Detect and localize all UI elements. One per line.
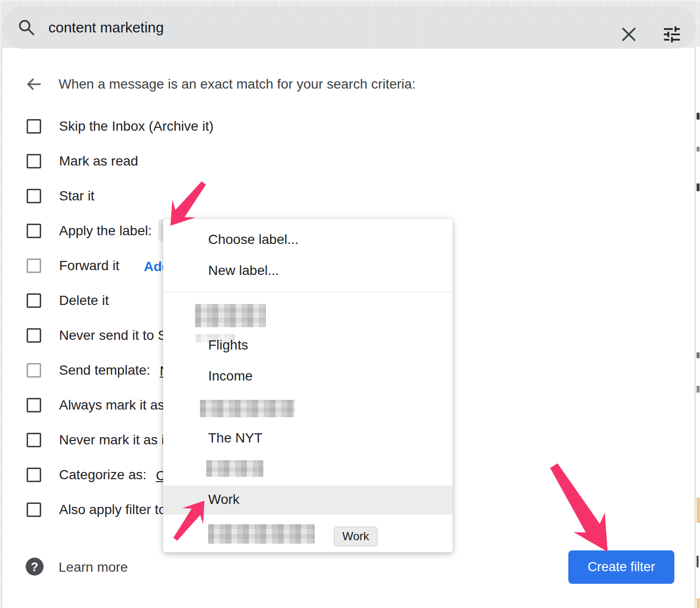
checkbox-never-spam[interactable] xyxy=(27,328,41,343)
text-fragment xyxy=(697,183,700,191)
menu-item-new-label[interactable]: New label... xyxy=(208,263,279,278)
search-input[interactable]: content marketing xyxy=(48,19,164,36)
checkbox-forward-it[interactable] xyxy=(27,258,41,273)
filter-option-row: Apply the label: xyxy=(27,223,152,239)
checkbox-delete-it[interactable] xyxy=(27,293,41,308)
text-fragment xyxy=(697,352,700,358)
menu-item-redacted[interactable] xyxy=(200,400,295,417)
filter-option-row: Delete it xyxy=(27,293,109,308)
back-arrow-icon[interactable] xyxy=(24,75,44,94)
checkbox-skip-inbox[interactable] xyxy=(27,119,41,134)
filter-option-row: Star it xyxy=(27,188,94,204)
search-bar[interactable]: content marketing xyxy=(2,6,696,49)
highlight-fragment xyxy=(697,598,700,608)
checkbox-star-it[interactable] xyxy=(27,189,41,203)
checkbox-always-important[interactable] xyxy=(27,398,41,412)
option-label: Delete it xyxy=(59,293,109,308)
page-title: When a message is an exact match for you… xyxy=(59,76,416,92)
menu-item-income[interactable]: Income xyxy=(208,368,253,384)
menu-item-highlight xyxy=(163,486,453,515)
menu-item-redacted[interactable] xyxy=(195,304,266,327)
text-fragment xyxy=(697,113,700,120)
tune-icon[interactable] xyxy=(661,24,683,45)
help-icon[interactable]: ? xyxy=(26,558,44,576)
filter-option-row: Skip the Inbox (Archive it) xyxy=(27,119,213,134)
checkbox-categorize-as[interactable] xyxy=(27,468,41,482)
checkbox-mark-as-read[interactable] xyxy=(27,154,41,168)
menu-item-redacted[interactable] xyxy=(208,524,315,544)
filter-option-row: Categorize as: Choose category xyxy=(27,467,147,483)
option-label: Mark as read xyxy=(59,153,138,169)
checkbox-also-apply[interactable] xyxy=(27,502,41,517)
label-menu: Choose label... New label... Flights Inc… xyxy=(163,219,453,552)
filter-option-row: Send template: New template xyxy=(27,363,150,378)
text-fragment xyxy=(697,147,700,152)
background-page-sliver xyxy=(696,47,700,608)
menu-item-the-nyt[interactable]: The NYT xyxy=(208,430,262,446)
checkbox-send-template[interactable] xyxy=(27,363,41,378)
option-label: Send template: xyxy=(59,363,150,378)
option-label: Star it xyxy=(59,188,94,204)
menu-divider xyxy=(163,292,453,292)
text-fragment xyxy=(697,556,699,567)
option-label: Skip the Inbox (Archive it) xyxy=(59,119,213,134)
menu-item-flights[interactable]: Flights xyxy=(208,337,248,353)
filter-option-row: Forward it Add forwarding address xyxy=(27,258,119,274)
filter-option-row: Mark as read xyxy=(27,153,138,169)
checkbox-apply-label[interactable] xyxy=(27,224,41,238)
menu-item-choose-label[interactable]: Choose label... xyxy=(208,232,299,247)
create-filter-button[interactable]: Create filter xyxy=(568,550,674,584)
checkbox-never-important[interactable] xyxy=(27,433,41,447)
menu-item-redacted[interactable] xyxy=(206,460,263,477)
magnifier-icon xyxy=(17,18,36,37)
text-fragment xyxy=(697,386,700,393)
highlight-fragment xyxy=(697,498,700,523)
option-label: Apply the label: xyxy=(59,223,152,239)
close-icon[interactable] xyxy=(621,26,637,43)
learn-more-link[interactable]: Learn more xyxy=(59,560,128,575)
work-tooltip: Work xyxy=(334,527,378,546)
menu-item-work[interactable]: Work xyxy=(208,492,240,507)
option-label: Categorize as: xyxy=(59,467,147,483)
option-label: Forward it xyxy=(59,258,119,274)
